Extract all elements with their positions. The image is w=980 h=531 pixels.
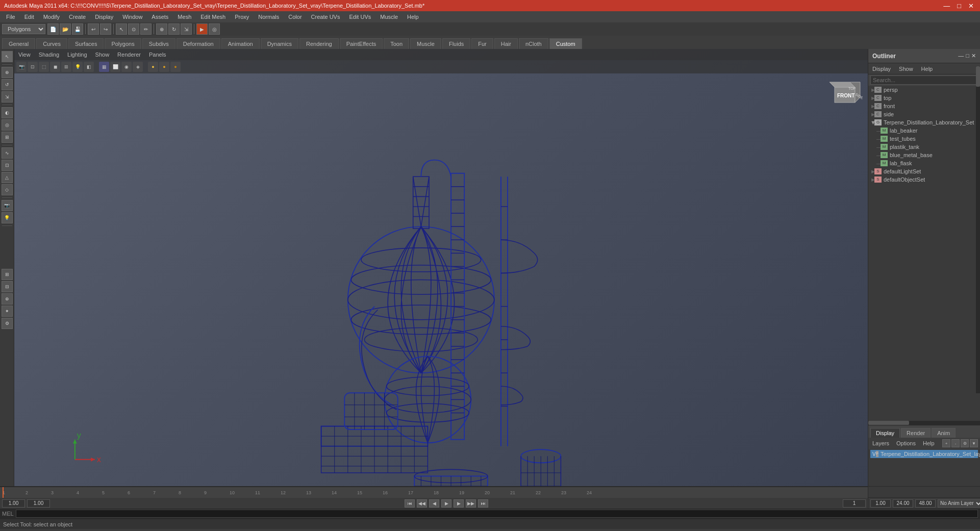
- camera-button[interactable]: 📷: [2, 200, 13, 211]
- menu-assets[interactable]: Assets: [147, 13, 172, 21]
- tab-ncloth[interactable]: nCloth: [519, 38, 548, 49]
- maximize-button[interactable]: □: [955, 2, 963, 10]
- scale-mode-button[interactable]: ⇲: [2, 91, 13, 103]
- vp-menu-renderer[interactable]: Renderer: [115, 50, 143, 59]
- move-mode-button[interactable]: ⊕: [2, 67, 13, 78]
- tree-item-side[interactable]: ► C side: [868, 110, 980, 118]
- outliner-minimize[interactable]: —: [958, 53, 964, 59]
- go-end-button[interactable]: ⏭: [478, 499, 488, 508]
- vp-frame-all[interactable]: ⊡: [28, 62, 38, 72]
- paint-skin-button[interactable]: ⊕: [2, 293, 13, 305]
- tree-item-group[interactable]: ▼ G Terpene_Distillation_Laboratory_Set: [868, 118, 980, 127]
- show-manipulator-button[interactable]: ✦: [2, 306, 13, 317]
- vp-light1[interactable]: ●: [148, 62, 158, 72]
- rotate-mode-button[interactable]: ↺: [2, 79, 13, 90]
- tab-curves[interactable]: Curves: [36, 38, 67, 49]
- close-button[interactable]: ✕: [966, 2, 976, 10]
- render-all-button[interactable]: ⊟: [2, 281, 13, 292]
- vp-subdiv[interactable]: ◈: [133, 62, 143, 72]
- tree-item-top[interactable]: ► C top: [868, 94, 980, 102]
- layer-options-button[interactable]: ▼: [970, 439, 978, 447]
- layers-menu-help[interactable]: Help: [921, 439, 937, 447]
- layer-vis-toggle[interactable]: V: [872, 451, 876, 457]
- save-scene-button[interactable]: 💾: [72, 23, 83, 35]
- lattice-button[interactable]: ⊞: [2, 132, 13, 143]
- outliner-menu-show[interactable]: Show: [897, 65, 915, 73]
- vp-bounding-box[interactable]: ⬜: [110, 62, 120, 72]
- tree-item-lab-flask[interactable]: — M lab_flask: [868, 159, 980, 167]
- tree-item-default-object-set[interactable]: ► S defaultObjectSet: [868, 175, 980, 184]
- vp-select-camera[interactable]: 📷: [16, 62, 27, 72]
- anim-layer-dropdown[interactable]: No Anim Layer: [938, 499, 980, 508]
- menu-modify[interactable]: Modify: [39, 13, 64, 21]
- tab-hair[interactable]: Hair: [494, 38, 518, 49]
- tab-subdivs[interactable]: Subdivs: [142, 38, 175, 49]
- outliner-menu-display[interactable]: Display: [870, 65, 893, 73]
- custom-tool-button[interactable]: ⚙: [2, 318, 13, 329]
- vp-texture[interactable]: ⊞: [61, 62, 71, 72]
- layer-row-main[interactable]: V P Terpene_Distillation_Laboratory_Set_…: [870, 450, 978, 458]
- view-cube[interactable]: FRONT TOP SIDE: [827, 77, 863, 113]
- select-mode-button[interactable]: ↖: [2, 51, 13, 62]
- surface-button[interactable]: ⊡: [2, 160, 13, 171]
- light-button[interactable]: 💡: [2, 212, 13, 223]
- timeline[interactable]: 1 2 3 4 5 6 7 8 9 10 11 12 13 14 15 16 1…: [0, 487, 868, 498]
- mel-input[interactable]: [16, 510, 978, 518]
- vp-menu-lighting[interactable]: Lighting: [65, 50, 89, 59]
- layers-menu-options[interactable]: Options: [894, 439, 918, 447]
- go-start-button[interactable]: ⏮: [405, 499, 415, 508]
- lasso-tool-button[interactable]: ⊙: [128, 23, 139, 35]
- sculpt-button[interactable]: ◐: [2, 107, 13, 118]
- tab-general[interactable]: General: [2, 38, 35, 49]
- tab-painteffects[interactable]: PaintEffects: [340, 38, 383, 49]
- outliner-hscroll[interactable]: [868, 421, 980, 425]
- menu-create-uvs[interactable]: Create UVs: [307, 13, 344, 21]
- tree-item-test-tubes[interactable]: — M test_tubes: [868, 135, 980, 143]
- vp-menu-show[interactable]: Show: [93, 50, 112, 59]
- vp-grid[interactable]: ▦: [99, 62, 109, 72]
- tab-custom[interactable]: Custom: [549, 38, 582, 49]
- menu-edit-mesh[interactable]: Edit Mesh: [196, 13, 230, 21]
- curve-button[interactable]: ∿: [2, 147, 13, 159]
- tab-render-layers[interactable]: Render: [901, 428, 931, 438]
- tree-item-persp[interactable]: ► C persp: [868, 86, 980, 94]
- mode-selector[interactable]: Polygons Surfaces Dynamics Rendering Ani…: [2, 24, 45, 34]
- next-frame-button[interactable]: ▶: [454, 499, 464, 508]
- layer-settings-button[interactable]: ⚙: [961, 439, 969, 447]
- menu-muscle[interactable]: Muscle: [376, 13, 402, 21]
- tree-item-blue-metal-base[interactable]: — M blue_metal_base: [868, 151, 980, 159]
- minimize-button[interactable]: —: [941, 2, 952, 10]
- tab-display-layers[interactable]: Display: [870, 428, 900, 438]
- undo-button[interactable]: ↩: [88, 23, 99, 35]
- menu-mesh[interactable]: Mesh: [173, 13, 195, 21]
- menu-edit[interactable]: Edit: [20, 13, 38, 21]
- tree-item-front[interactable]: ► C front: [868, 102, 980, 110]
- menu-display[interactable]: Display: [91, 13, 117, 21]
- menu-file[interactable]: File: [2, 13, 19, 21]
- ipr-button[interactable]: ◎: [209, 23, 220, 35]
- vp-light2[interactable]: ●: [159, 62, 169, 72]
- vp-smooth-mesh[interactable]: ◉: [121, 62, 132, 72]
- delete-layer-button[interactable]: -: [951, 439, 960, 447]
- vp-wireframe[interactable]: ⬚: [39, 62, 49, 72]
- vp-menu-view[interactable]: View: [16, 50, 33, 59]
- move-tool-button[interactable]: ⊕: [156, 23, 167, 35]
- render-button[interactable]: ▶: [196, 23, 208, 35]
- menu-color[interactable]: Color: [284, 13, 306, 21]
- tab-deformation[interactable]: Deformation: [177, 38, 220, 49]
- tree-item-plastik-tank[interactable]: — M plastik_tank: [868, 143, 980, 151]
- menu-edit-uvs[interactable]: Edit UVs: [345, 13, 375, 21]
- tab-polygons[interactable]: Polygons: [105, 38, 141, 49]
- current-frame-input[interactable]: [2, 499, 25, 508]
- poly-button[interactable]: △: [2, 172, 13, 183]
- prev-frame-button[interactable]: ◀: [429, 499, 439, 508]
- play-button[interactable]: ▶: [441, 499, 451, 508]
- range-end-input[interactable]: [843, 499, 866, 508]
- render-region-button[interactable]: ⊞: [2, 269, 13, 280]
- vp-smooth-shade[interactable]: ◼: [50, 62, 60, 72]
- tab-fur[interactable]: Fur: [471, 38, 493, 49]
- layers-menu-layers[interactable]: Layers: [870, 439, 891, 447]
- step-back-button[interactable]: ◀◀: [417, 499, 427, 508]
- right-panel-vscroll[interactable]: [976, 66, 980, 393]
- soft-mod-button[interactable]: ◎: [2, 119, 13, 131]
